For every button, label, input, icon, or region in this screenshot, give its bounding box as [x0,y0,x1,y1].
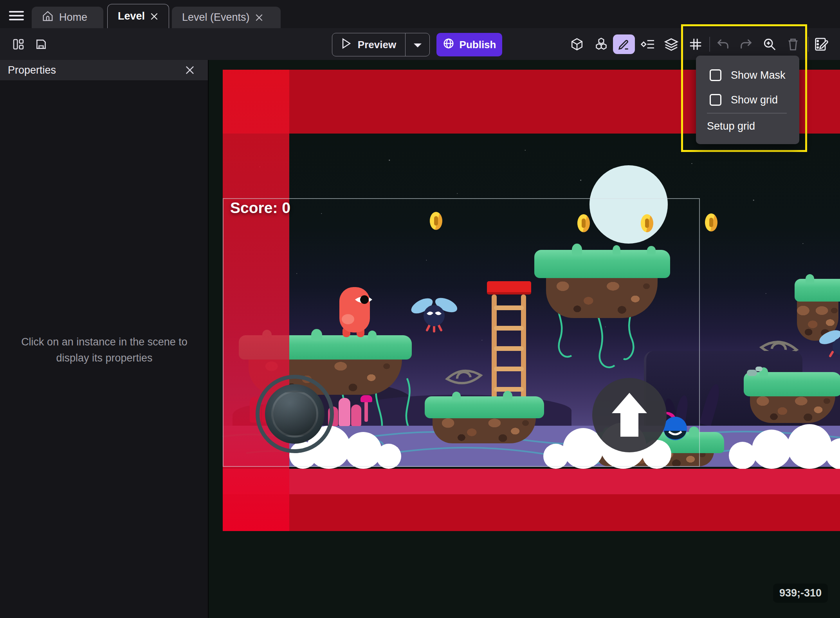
properties-panel-title: Properties [8,64,56,76]
preview-label: Preview [358,39,396,51]
tab-home[interactable]: Home [32,7,103,28]
top-tab-bar: Home Level Level (Events) [0,0,840,28]
tab-level-label: Level [118,10,145,22]
tab-home-label: Home [59,11,87,23]
show-mask-menu-item[interactable]: Show Mask [696,64,799,87]
show-grid-checkbox[interactable] [710,94,721,106]
grid-options-menu: Show Mask Show grid Setup grid [696,56,799,144]
trash-icon[interactable] [786,37,800,52]
show-grid-label: Show grid [731,94,778,106]
publish-label: Publish [460,39,496,51]
show-grid-menu-item[interactable]: Show grid [696,89,799,111]
camera-bounds-frame [223,198,700,467]
tab-level-events-label: Level (Events) [182,11,250,23]
play-icon [341,38,352,52]
tab-level-events[interactable]: Level (Events) [172,7,281,28]
save-icon[interactable] [34,37,49,52]
show-mask-checkbox[interactable] [710,69,721,81]
chevron-down-icon [413,39,422,51]
menu-icon[interactable] [9,11,24,21]
show-mask-label: Show Mask [731,69,786,81]
tab-level-events-close-icon[interactable] [255,14,263,22]
properties-panel: Properties Click on an instance in the s… [0,60,209,618]
grid-icon[interactable] [688,37,703,52]
edit-pencil-icon[interactable] [613,34,635,54]
mask-overlay-bottom-dark [223,494,840,531]
preview-button[interactable]: Preview [332,33,430,56]
layout-panels-icon[interactable] [11,37,26,52]
redo-icon[interactable] [739,37,753,52]
editor-toolbar: Preview Publish [0,28,840,60]
home-icon [42,10,54,25]
cursor-coordinates-badge: 939;-310 [773,584,828,603]
3d-box-icon[interactable] [570,37,584,52]
properties-panel-close-icon[interactable] [185,65,195,75]
publish-button[interactable]: Publish [436,33,502,56]
zoom-in-icon[interactable] [762,37,777,52]
fly-enemy-instance[interactable] [819,329,840,358]
platform-instance[interactable] [744,372,840,423]
properties-empty-hint: Click on an instance in the scene to dis… [11,334,198,366]
tab-level[interactable]: Level [107,4,169,28]
instances-list-icon[interactable] [640,37,655,52]
globe-icon [443,38,454,52]
layers-icon[interactable] [664,37,679,52]
events-sheet-icon[interactable] [815,37,829,52]
tab-level-close-icon[interactable] [150,13,158,20]
menu-divider [707,113,787,114]
undo-icon[interactable] [716,37,730,52]
properties-panel-header: Properties [0,60,208,80]
preview-dropdown-button[interactable] [405,33,429,56]
setup-grid-menu-item[interactable]: Setup grid [707,118,755,134]
coin-instance[interactable] [705,213,717,231]
mask-overlay-bottom-pink [223,469,840,494]
objects-icon[interactable] [594,37,609,52]
